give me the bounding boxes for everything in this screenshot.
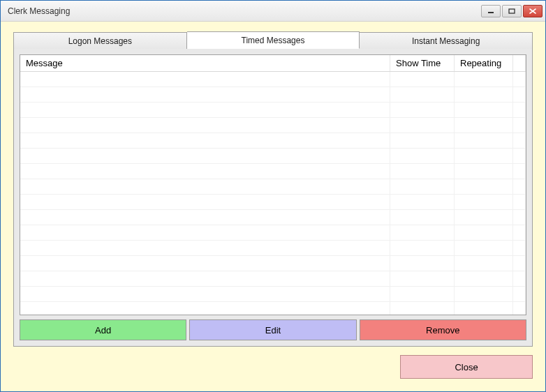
table-row[interactable] — [20, 179, 526, 195]
cell-message — [20, 271, 390, 286]
footer-row: Close — [13, 351, 533, 383]
cell-show-time — [390, 256, 455, 271]
cell-message — [20, 287, 390, 301]
table-row[interactable] — [20, 302, 526, 315]
table-row[interactable] — [20, 87, 526, 103]
cell-spacer — [513, 287, 526, 301]
svg-rect-1 — [509, 9, 515, 13]
cell-message — [20, 225, 390, 240]
minimize-icon — [487, 8, 494, 14]
cell-repeating — [455, 87, 513, 102]
grid-body[interactable] — [20, 72, 526, 315]
cell-repeating — [455, 256, 513, 271]
cell-message — [20, 164, 390, 179]
minimize-button[interactable] — [481, 5, 501, 17]
table-row[interactable] — [20, 225, 526, 241]
table-row[interactable] — [20, 133, 526, 149]
titlebar[interactable]: Clerk Messaging — [1, 1, 545, 22]
tab-logon-messages[interactable]: Logon Messages — [13, 32, 187, 49]
table-row[interactable] — [20, 256, 526, 271]
tab-timed-messages[interactable]: Timed Messages — [187, 31, 360, 49]
maximize-icon — [508, 8, 515, 14]
cell-repeating — [455, 72, 513, 86]
cell-message — [20, 256, 390, 271]
close-window-button[interactable] — [523, 5, 543, 17]
cell-spacer — [513, 103, 526, 117]
cell-show-time — [390, 241, 455, 255]
tab-instant-messaging[interactable]: Instant Messaging — [360, 32, 533, 49]
table-row[interactable] — [20, 241, 526, 256]
cell-repeating — [455, 241, 513, 255]
window-frame: Clerk Messaging Logon Messages Timed Mes… — [0, 0, 546, 392]
messages-grid[interactable]: Message Show Time Repeating — [20, 54, 526, 315]
table-row[interactable] — [20, 287, 526, 302]
cell-message — [20, 179, 390, 194]
tab-panel: Message Show Time Repeating Add Edit Rem… — [13, 48, 533, 347]
cell-show-time — [390, 87, 455, 102]
cell-show-time — [390, 271, 455, 286]
cell-message — [20, 118, 390, 133]
action-button-row: Add Edit Remove — [20, 319, 526, 340]
cell-message — [20, 72, 390, 86]
cell-message — [20, 195, 390, 209]
cell-repeating — [455, 118, 513, 133]
cell-spacer — [513, 149, 526, 163]
cell-repeating — [455, 271, 513, 286]
cell-message — [20, 133, 390, 148]
table-row[interactable] — [20, 195, 526, 210]
column-header-repeating[interactable]: Repeating — [455, 55, 513, 71]
add-button[interactable]: Add — [20, 319, 186, 340]
cell-show-time — [390, 179, 455, 194]
cell-show-time — [390, 195, 455, 209]
cell-repeating — [455, 225, 513, 240]
cell-repeating — [455, 164, 513, 179]
cell-repeating — [455, 149, 513, 163]
cell-message — [20, 149, 390, 163]
close-button[interactable]: Close — [400, 355, 533, 379]
remove-button[interactable]: Remove — [360, 319, 526, 340]
svg-rect-0 — [488, 12, 494, 13]
cell-show-time — [390, 302, 455, 315]
table-row[interactable] — [20, 271, 526, 287]
window-controls — [481, 5, 543, 17]
cell-show-time — [390, 72, 455, 86]
cell-repeating — [455, 179, 513, 194]
edit-button[interactable]: Edit — [189, 319, 356, 340]
tabstrip: Logon Messages Timed Messages Instant Me… — [13, 31, 533, 48]
cell-show-time — [390, 118, 455, 133]
table-row[interactable] — [20, 118, 526, 133]
cell-spacer — [513, 118, 526, 133]
table-row[interactable] — [20, 210, 526, 225]
cell-spacer — [513, 195, 526, 209]
column-header-show-time[interactable]: Show Time — [390, 55, 455, 71]
table-row[interactable] — [20, 149, 526, 164]
cell-show-time — [390, 133, 455, 148]
cell-message — [20, 210, 390, 225]
table-row[interactable] — [20, 72, 526, 87]
cell-repeating — [455, 210, 513, 225]
cell-spacer — [513, 256, 526, 271]
cell-repeating — [455, 195, 513, 209]
cell-message — [20, 302, 390, 315]
column-header-message[interactable]: Message — [20, 55, 390, 71]
cell-message — [20, 87, 390, 102]
table-row[interactable] — [20, 103, 526, 118]
cell-spacer — [513, 210, 526, 225]
cell-repeating — [455, 133, 513, 148]
cell-repeating — [455, 287, 513, 301]
grid-header: Message Show Time Repeating — [20, 55, 526, 72]
cell-spacer — [513, 133, 526, 148]
cell-spacer — [513, 241, 526, 255]
cell-spacer — [513, 72, 526, 86]
maximize-button[interactable] — [502, 5, 522, 17]
cell-show-time — [390, 287, 455, 301]
cell-repeating — [455, 302, 513, 315]
cell-repeating — [455, 103, 513, 117]
cell-message — [20, 103, 390, 117]
cell-message — [20, 241, 390, 255]
client-area: Logon Messages Timed Messages Instant Me… — [1, 22, 545, 391]
cell-spacer — [513, 302, 526, 315]
window-title: Clerk Messaging — [8, 6, 481, 16]
cell-show-time — [390, 225, 455, 240]
table-row[interactable] — [20, 164, 526, 179]
